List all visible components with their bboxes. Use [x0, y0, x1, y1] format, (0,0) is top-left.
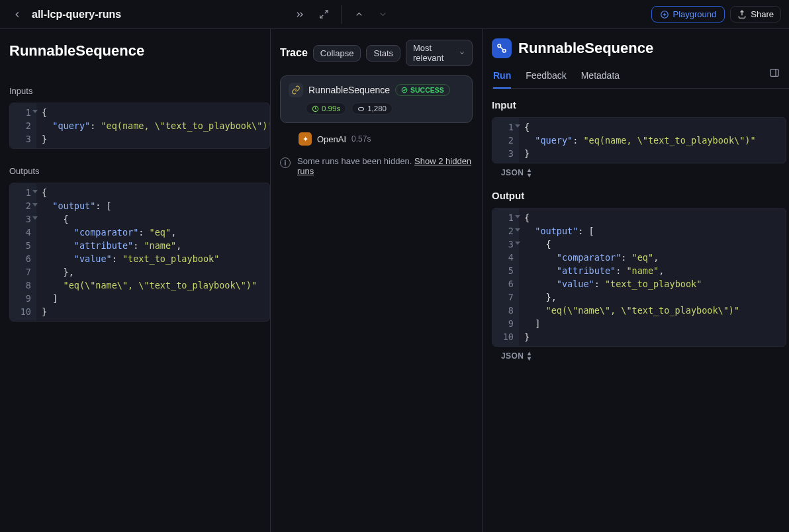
clock-icon [312, 105, 319, 112]
outputs-code[interactable]: 12345678910{ "output": [ { "comparator":… [9, 183, 270, 322]
left-panel: RunnableSequence Inputs 123{ "query": "e… [0, 29, 271, 532]
tab-run[interactable]: Run [493, 66, 511, 89]
trace-panel: Trace Collapse Stats Most relevant Runna… [271, 29, 483, 532]
stats-button[interactable]: Stats [366, 45, 400, 62]
page-title: RunnableSequence [9, 42, 270, 60]
input-code[interactable]: 123{ "query": "eq(name, \"text_to_playbo… [492, 117, 786, 163]
chevron-down-icon [378, 9, 388, 19]
plus-circle-icon [660, 10, 669, 19]
openai-icon: ✦ [299, 132, 312, 146]
playground-button[interactable]: Playground [651, 6, 725, 22]
input-label: Input [492, 99, 786, 111]
prev-run-button[interactable] [349, 5, 368, 24]
svg-line-0 [324, 11, 327, 13]
chevron-up-icon [354, 9, 364, 19]
output-format-select[interactable]: JSON ▴▾ [501, 351, 786, 361]
trace-title: Trace [280, 47, 308, 59]
status-badge: SUCCESS [395, 84, 450, 96]
chevron-down-icon [459, 49, 465, 57]
info-icon: i [280, 157, 291, 168]
collapse-panels-button[interactable] [291, 5, 309, 24]
inputs-label: Inputs [9, 86, 270, 96]
sort-icon: ▴▾ [528, 351, 531, 361]
duration-pill: 0.99s [306, 103, 346, 114]
right-panel: RunnableSequence Run Feedback Metadata I… [483, 29, 789, 532]
main: RunnableSequence Inputs 123{ "query": "e… [0, 29, 789, 532]
collapse-button[interactable]: Collapse [313, 45, 361, 62]
trace-node-title: RunnableSequence [308, 85, 390, 95]
tabs: Run Feedback Metadata [492, 66, 789, 89]
outputs-label: Outputs [9, 166, 270, 176]
expand-button[interactable] [314, 5, 333, 24]
trace-child-title: OpenAI [317, 134, 346, 144]
topbar: all-lcp-query-runs Playground Share [0, 0, 789, 29]
divider [341, 5, 342, 24]
breadcrumb[interactable]: all-lcp-query-runs [32, 9, 121, 21]
input-format-select[interactable]: JSON ▴▾ [501, 167, 786, 178]
trace-node[interactable]: RunnableSequence SUCCESS 0.99s 1,280 [280, 75, 473, 123]
token-icon [357, 105, 365, 112]
check-circle-icon [401, 87, 408, 93]
back-button[interactable] [8, 5, 26, 24]
chevron-left-icon [13, 10, 22, 19]
expand-icon [319, 9, 329, 19]
trace-child-time: 0.57s [351, 134, 371, 144]
chevrons-right-icon [295, 9, 305, 20]
playground-label: Playground [673, 9, 717, 19]
chain-icon [289, 83, 303, 97]
sequence-icon [492, 38, 512, 58]
hidden-runs-note: i Some runs have been hidden. Show 2 hid… [280, 156, 473, 176]
right-title: RunnableSequence [518, 40, 653, 57]
sidebar-icon [769, 67, 780, 78]
upload-icon [737, 10, 747, 19]
sort-icon: ▴▾ [528, 167, 531, 178]
next-run-button[interactable] [373, 5, 392, 24]
tab-feedback[interactable]: Feedback [526, 66, 566, 88]
tokens-pill: 1,280 [351, 103, 393, 114]
layout-toggle-button[interactable] [769, 67, 780, 78]
tab-metadata[interactable]: Metadata [581, 66, 620, 88]
share-button[interactable]: Share [730, 6, 781, 22]
svg-point-8 [359, 107, 364, 111]
output-code[interactable]: 12345678910{ "output": [ { "comparator":… [492, 208, 786, 347]
svg-rect-11 [770, 69, 778, 77]
share-label: Share [751, 9, 774, 19]
trace-child[interactable]: ✦ OpenAI 0.57s [299, 132, 473, 146]
svg-line-1 [320, 15, 323, 18]
output-label: Output [492, 190, 786, 201]
sort-dropdown[interactable]: Most relevant [406, 40, 473, 66]
inputs-code[interactable]: 123{ "query": "eq(name, \"text_to_playbo… [9, 103, 270, 149]
